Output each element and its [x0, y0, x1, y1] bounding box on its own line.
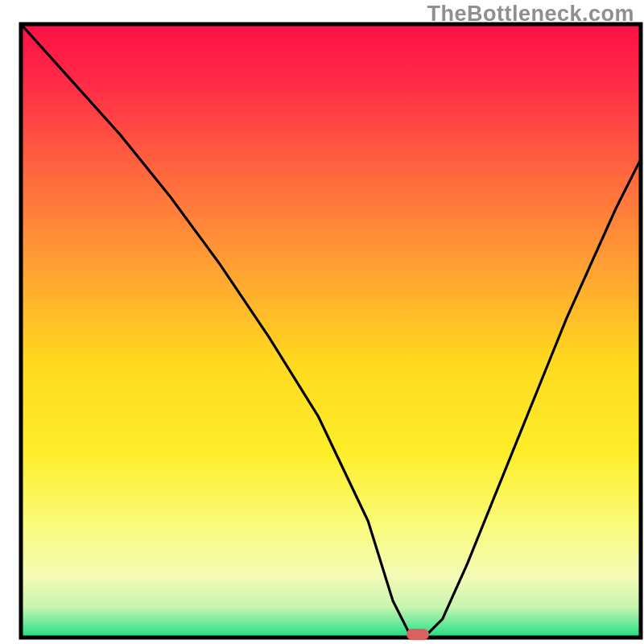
- chart-container: TheBottleneck.com: [0, 0, 644, 644]
- bottleneck-chart: [0, 0, 644, 644]
- optimal-point-marker: [407, 629, 429, 640]
- watermark-text: TheBottleneck.com: [427, 2, 634, 27]
- plot-background: [21, 24, 641, 638]
